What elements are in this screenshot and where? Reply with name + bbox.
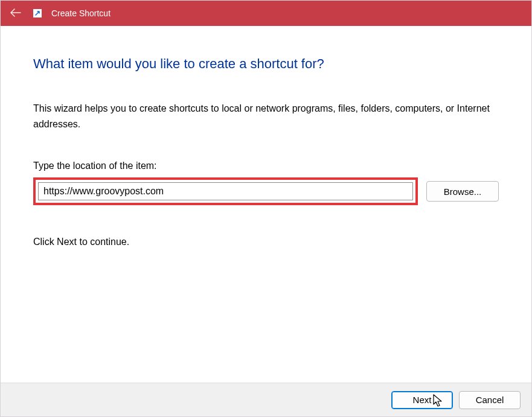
continue-text: Click Next to continue.: [33, 237, 499, 247]
cancel-button[interactable]: Cancel: [459, 391, 521, 409]
highlight-box: [33, 177, 418, 205]
browse-button[interactable]: Browse...: [426, 181, 499, 202]
titlebar: Create Shortcut: [1, 1, 531, 26]
location-label: Type the location of the item:: [33, 161, 499, 171]
back-arrow-icon: [5, 5, 26, 22]
shortcut-icon: [33, 9, 42, 18]
footer: Next Cancel: [1, 383, 531, 416]
next-button[interactable]: Next: [391, 391, 453, 409]
window-title: Create Shortcut: [51, 8, 111, 18]
page-heading: What item would you like to create a sho…: [33, 56, 499, 72]
input-row: Browse...: [33, 177, 499, 205]
location-input[interactable]: [38, 182, 413, 200]
content-area: What item would you like to create a sho…: [1, 26, 531, 247]
wizard-description: This wizard helps you to create shortcut…: [33, 101, 499, 132]
